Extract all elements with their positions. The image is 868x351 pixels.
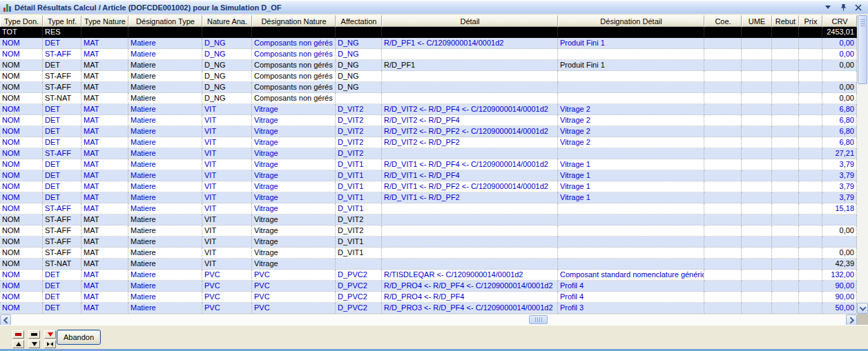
scrollbar-corner <box>857 314 868 325</box>
table-row[interactable]: NOMDETMATMatiereVITVitrageD_VIT1R/D_VIT1… <box>0 192 857 203</box>
vertical-scrollbar[interactable] <box>857 15 868 314</box>
horizontal-scrollbar[interactable] <box>0 314 857 325</box>
table-row[interactable]: NOMDETMATMatiereVITVitrageD_VIT1R/D_VIT1… <box>0 181 857 192</box>
table-row[interactable]: NOMDETMATMatierePVCPVCD_PVC2R/D_PRO4 <- … <box>0 292 857 303</box>
cell-designation_type: Matiere <box>128 292 202 303</box>
cell-type_inf: DET <box>43 270 81 281</box>
cell-coe <box>704 115 742 126</box>
column-header-type_nature[interactable]: Type Nature <box>81 15 128 27</box>
cell-rebut <box>772 137 799 148</box>
down-triangle-button[interactable] <box>28 340 40 348</box>
close-icon[interactable] <box>854 3 862 12</box>
cell-designation_detail <box>558 248 704 259</box>
cell-crv <box>822 214 857 225</box>
table-row[interactable]: NOMDETMATMatiereVITVitrageD_VIT2R/D_VIT2… <box>0 137 857 148</box>
table-row[interactable]: NOMST-AFFMATMatiereVITVitrageD_VIT20,00 <box>0 225 857 237</box>
cell-type_don: NOM <box>0 126 43 137</box>
cell-type_nature: MAT <box>81 192 128 203</box>
column-header-type_don[interactable]: Type Don. <box>0 15 43 27</box>
column-header-nature_ana[interactable]: Nature Ana. <box>202 15 252 27</box>
table-row[interactable]: NOMDETMATMatiereD_NGComposants non gérés… <box>0 60 857 71</box>
cell-type_nature: MAT <box>81 49 128 60</box>
cell-rebut <box>772 292 799 303</box>
cell-designation_type: Matiere <box>128 214 202 225</box>
column-header-type_inf[interactable]: Type Inf. <box>43 15 81 27</box>
cell-rebut <box>772 181 799 192</box>
table-row[interactable]: NOMST-AFFMATMatiereD_NGComposants non gé… <box>0 71 857 82</box>
window-titlebar[interactable]: Détail Résultats Calcul / Article (DOFCD… <box>0 0 868 14</box>
cell-type_inf: ST-AFF <box>43 82 81 93</box>
scroll-left-button[interactable] <box>0 314 11 325</box>
cell-type_inf: ST-NAT <box>43 93 81 104</box>
vertical-scrollbar-thumb[interactable] <box>858 15 867 84</box>
table-row[interactable]: NOMDETMATMatiereD_NGComposants non gérés… <box>0 38 857 49</box>
scroll-down-button[interactable] <box>857 303 868 314</box>
down-triangle-icon <box>32 342 37 346</box>
column-header-designation_detail[interactable]: Désignation Détail <box>558 15 704 27</box>
red-bar-button[interactable] <box>12 330 24 339</box>
column-header-ume[interactable]: UME <box>742 15 772 27</box>
cell-affectation: D_PVC2 <box>336 281 382 292</box>
cell-affectation: D_VIT1 <box>336 181 382 192</box>
column-header-crv[interactable]: CRV <box>822 15 857 27</box>
table-row[interactable]: NOMDETMATMatiereVITVitrageD_VIT2R/D_VIT2… <box>0 115 857 126</box>
cell-ume <box>742 270 772 281</box>
table-row[interactable]: NOMDETMATMatiereVITVitrageD_VIT1R/D_VIT1… <box>0 159 857 170</box>
column-header-coe[interactable]: Coe. <box>704 15 742 27</box>
cell-coe <box>704 159 742 170</box>
collapse-button[interactable] <box>44 340 56 348</box>
table-row[interactable]: NOMST-AFFMATMatiereVITVitrageD_VIT10,00 <box>0 248 857 259</box>
table-row[interactable]: NOMDETMATMatiereVITVitrageD_VIT2R/D_VIT2… <box>0 126 857 137</box>
table-row[interactable]: NOMDETMATMatiereVITVitrageD_VIT2R/D_VIT2… <box>0 104 857 115</box>
scroll-right-button[interactable] <box>846 314 857 325</box>
horizontal-scrollbar-thumb[interactable] <box>529 315 548 324</box>
up-triangle-button[interactable] <box>12 340 24 348</box>
pin-icon[interactable] <box>839 3 847 12</box>
table-row[interactable]: NOMST-AFFMATMatiereVITVitrageD_VIT2 <box>0 214 857 225</box>
abandon-button[interactable]: Abandon <box>57 330 101 345</box>
column-header-designation_type[interactable]: Désignation Type <box>128 15 202 27</box>
cell-detail: R/D_VIT2 <- R/D_PF2 <box>382 137 558 148</box>
cell-designation_detail <box>558 71 704 82</box>
cell-ume <box>742 104 772 115</box>
bar-chart-icon <box>3 3 11 12</box>
table-row[interactable]: TOTRES2453,01 <box>0 27 857 38</box>
cell-type_inf: DET <box>43 181 81 192</box>
cell-nature_ana: PVC <box>202 270 252 281</box>
red-down-triangle-button[interactable] <box>44 330 56 339</box>
column-header-designation_nature[interactable]: Désignation Nature <box>252 15 336 27</box>
cell-type_inf: DET <box>43 281 81 292</box>
grid-body: TOTRES2453,01NOMDETMATMatiereD_NGComposa… <box>0 27 857 314</box>
black-bar-button[interactable] <box>28 330 40 339</box>
cell-coe <box>704 192 742 203</box>
table-row[interactable]: NOMST-AFFMATMatiereVITVitrageD_VIT227,21 <box>0 148 857 159</box>
cell-nature_ana: VIT <box>202 237 252 248</box>
cell-rebut <box>772 148 799 159</box>
column-header-prix[interactable]: Prix <box>799 15 822 27</box>
table-row[interactable]: NOMST-AFFMATMatiereD_NGComposants non gé… <box>0 49 857 60</box>
column-header-rebut[interactable]: Rebut <box>772 15 799 27</box>
table-row[interactable]: NOMST-AFFMATMatiereVITVitrageD_VIT1 <box>0 237 857 248</box>
table-row[interactable]: NOMST-AFFMATMatiereD_NGComposants non gé… <box>0 82 857 93</box>
table-row[interactable]: NOMDETMATMatierePVCPVCD_PVC2R/D_PRO3 <- … <box>0 303 857 314</box>
column-header-affectation[interactable]: Affectation <box>336 15 382 27</box>
footer-panel: Abandon <box>0 325 868 349</box>
cell-rebut <box>772 82 799 93</box>
cell-coe <box>704 60 742 71</box>
cell-designation_detail: Vitrage 1 <box>558 170 704 181</box>
cell-crv: 90,00 <box>822 281 857 292</box>
cell-coe <box>704 93 742 104</box>
table-row[interactable]: NOMDETMATMatiereVITVitrageD_VIT1R/D_VIT1… <box>0 170 857 181</box>
cell-designation_nature: Composants non gérés <box>252 49 336 60</box>
table-row[interactable]: NOMST-NATMATMatiereD_NGComposants non gé… <box>0 93 857 104</box>
cell-designation_type: Matiere <box>128 126 202 137</box>
cell-designation_type: Matiere <box>128 104 202 115</box>
column-header-detail[interactable]: Détail <box>382 15 558 27</box>
dropdown-arrow-icon[interactable] <box>824 3 832 12</box>
table-row[interactable]: NOMDETMATMatierePVCPVCD_PVC2R/TISDLEQAR … <box>0 270 857 281</box>
table-row[interactable]: NOMDETMATMatierePVCPVCD_PVC2R/D_PRO4 <- … <box>0 281 857 292</box>
cell-rebut <box>772 27 799 38</box>
table-row[interactable]: NOMST-NATMATMatiereVITVitrage42,39 <box>0 259 857 270</box>
cell-nature_ana: VIT <box>202 248 252 259</box>
table-row[interactable]: NOMST-AFFMATMatiereVITVitrageD_VIT115,18 <box>0 203 857 214</box>
